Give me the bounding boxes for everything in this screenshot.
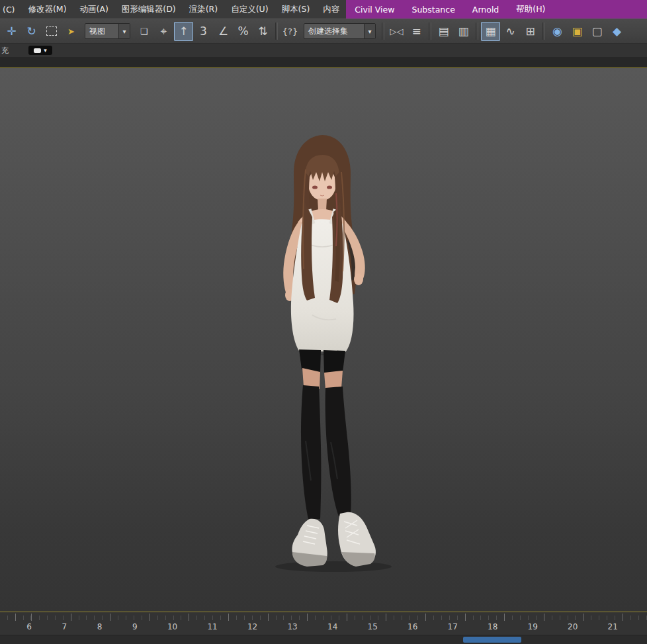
toolbar-separator bbox=[275, 23, 278, 40]
menu-content[interactable]: 内容 bbox=[316, 0, 346, 19]
snap-toggle-25d-button[interactable]: ↑ bbox=[174, 22, 193, 41]
render-setup-button[interactable]: ▣ bbox=[568, 22, 587, 41]
frame-label: 8 bbox=[97, 622, 102, 631]
menu-create[interactable]: (C) bbox=[0, 0, 21, 19]
frame-label: 6 bbox=[26, 622, 32, 631]
menu-substance[interactable]: Substance bbox=[403, 0, 463, 19]
populate-toolbar-label: 充 bbox=[1, 46, 9, 56]
menu-rendering[interactable]: 渲染(R) bbox=[183, 0, 224, 19]
menu-scripting[interactable]: 脚本(S) bbox=[275, 0, 317, 19]
frame-label: 12 bbox=[247, 622, 257, 631]
frame-label: 15 bbox=[368, 622, 378, 631]
track-bar-highlight[interactable] bbox=[463, 637, 521, 643]
timeline-frame-numbers: 6 7 8 9 10 11 12 13 14 15 16 17 18 19 20… bbox=[26, 622, 618, 631]
chevron-down-icon: ▾ bbox=[44, 47, 47, 54]
toggle-ribbon-button[interactable]: ▦ bbox=[481, 22, 500, 41]
populate-toolbar: 充 ▾ bbox=[0, 44, 647, 57]
reference-coordinate-value: 视图 bbox=[85, 24, 118, 38]
menu-graph-editors[interactable]: 图形编辑器(D) bbox=[115, 0, 183, 19]
menu-civil-view[interactable]: Civil View bbox=[346, 0, 403, 19]
material-editor-button[interactable]: ◉ bbox=[548, 22, 567, 41]
rendered-frame-window-button[interactable]: ▢ bbox=[587, 22, 607, 41]
toolbar-separator bbox=[382, 23, 384, 40]
populate-dropdown[interactable]: ▾ bbox=[28, 46, 52, 55]
percent-snap-toggle-button[interactable]: % bbox=[234, 22, 253, 41]
select-and-move-button[interactable]: ✛ bbox=[2, 22, 21, 41]
track-bar[interactable] bbox=[0, 635, 647, 644]
titlebar-purple-region: Civil View Substance Arnold 帮助(H) bbox=[346, 0, 647, 19]
frame-label: 11 bbox=[207, 622, 217, 631]
render-production-button[interactable]: ◆ bbox=[607, 22, 626, 41]
named-selection-set-value: 创建选择集 bbox=[304, 24, 364, 38]
schematic-view-button[interactable]: ⊞ bbox=[521, 22, 540, 41]
angle-snap-toggle-button[interactable]: ∠ bbox=[214, 22, 233, 41]
frame-label: 20 bbox=[568, 622, 578, 631]
chevron-down-icon: ▾ bbox=[118, 24, 130, 38]
frame-label: 17 bbox=[448, 622, 458, 631]
timeline-ticks-major bbox=[0, 614, 647, 621]
frame-label: 9 bbox=[132, 622, 138, 631]
toggle-layer-explorer-button[interactable]: ▥ bbox=[454, 22, 473, 41]
select-and-rotate-button[interactable]: ↻ bbox=[22, 22, 41, 41]
edit-named-selection-sets-button[interactable]: {?} bbox=[280, 22, 300, 41]
frame-label: 13 bbox=[287, 622, 297, 631]
menu-customize[interactable]: 自定义(U) bbox=[224, 0, 275, 19]
snap-toggle-3d-button[interactable]: 3 bbox=[194, 22, 213, 41]
timeline-ruler[interactable]: 6 7 8 9 10 11 12 13 14 15 16 17 18 19 20… bbox=[0, 612, 647, 635]
rectangular-selection-button[interactable] bbox=[42, 22, 61, 41]
align-button[interactable]: ≡ bbox=[407, 22, 426, 41]
menu-modifiers[interactable]: 修改器(M) bbox=[21, 0, 73, 19]
menu-arnold[interactable]: Arnold bbox=[464, 0, 507, 19]
frame-label: 10 bbox=[167, 622, 177, 631]
frame-label: 16 bbox=[408, 622, 417, 631]
frame-label: 14 bbox=[327, 622, 337, 631]
character-group bbox=[275, 135, 392, 572]
toggle-scene-explorer-button[interactable]: ▤ bbox=[434, 22, 453, 41]
toolbar-separator bbox=[542, 23, 545, 40]
menu-help[interactable]: 帮助(H) bbox=[507, 0, 554, 19]
menu-animation[interactable]: 动画(A) bbox=[73, 0, 115, 19]
main-toolbar: ✛ ↻ ➤ 视图 ▾ ❏ ⌖ ↑ 3 ∠ % ⇅ {?} 创建选择集 ▾ ▷◁ … bbox=[0, 19, 647, 44]
app-window: (C) 修改器(M) 动画(A) 图形编辑器(D) 渲染(R) 自定义(U) 脚… bbox=[0, 0, 647, 644]
toolbar-separator bbox=[429, 23, 431, 40]
viewport[interactable] bbox=[0, 68, 647, 612]
frame-label: 7 bbox=[62, 622, 67, 631]
mirror-button[interactable]: ▷◁ bbox=[387, 22, 406, 41]
menubar: (C) 修改器(M) 动画(A) 图形编辑器(D) 渲染(R) 自定义(U) 脚… bbox=[0, 0, 647, 19]
toolbar-separator bbox=[476, 23, 478, 40]
chevron-down-icon: ▾ bbox=[364, 24, 375, 38]
select-and-link-button[interactable]: ➤ bbox=[62, 22, 81, 41]
character-model[interactable] bbox=[246, 130, 400, 578]
spinner-snap-toggle-button[interactable]: ⇅ bbox=[253, 22, 273, 41]
reference-coordinate-dropdown[interactable]: 视图 ▾ bbox=[85, 23, 130, 39]
dock-gap bbox=[0, 57, 647, 68]
frame-label: 21 bbox=[608, 622, 618, 631]
use-pivot-point-center-button[interactable]: ❏ bbox=[134, 22, 153, 41]
snap-toggle-2d-button[interactable]: ⌖ bbox=[154, 22, 173, 41]
named-selection-set-dropdown[interactable]: 创建选择集 ▾ bbox=[304, 23, 376, 39]
frame-label: 18 bbox=[488, 622, 497, 631]
populate-icon bbox=[34, 48, 41, 53]
rectangular-selection-icon bbox=[46, 26, 57, 36]
curve-editor-button[interactable]: ∿ bbox=[501, 22, 520, 41]
frame-label: 19 bbox=[528, 622, 538, 631]
